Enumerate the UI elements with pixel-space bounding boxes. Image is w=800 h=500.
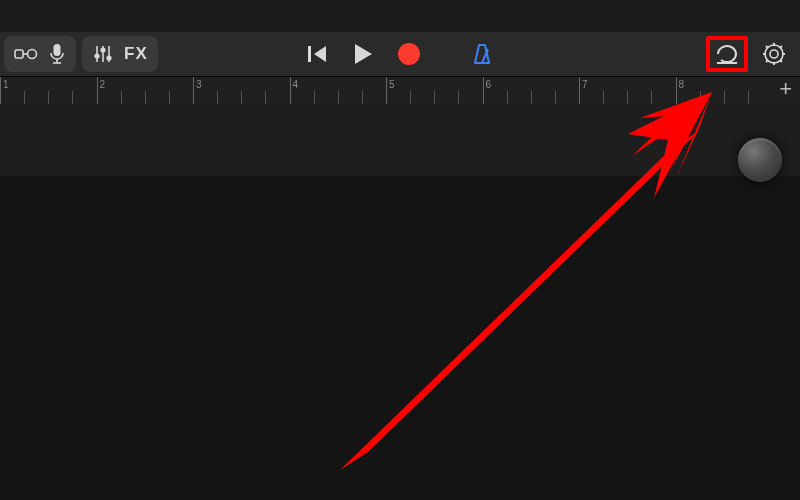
ruler-bar-label: 2 xyxy=(100,79,106,90)
record-icon[interactable] xyxy=(396,41,422,67)
ruler-tick xyxy=(458,91,459,105)
ruler-bar-line xyxy=(290,77,291,105)
ruler-tick xyxy=(507,91,508,105)
svg-rect-0 xyxy=(15,50,23,58)
ruler-bar-label: 3 xyxy=(196,79,202,90)
add-section-button[interactable]: + xyxy=(779,78,792,100)
toolbar-right-group xyxy=(706,36,786,72)
ruler-bar-label: 4 xyxy=(293,79,299,90)
ruler-tick xyxy=(72,91,73,105)
ruler-tick xyxy=(241,91,242,105)
ruler-tick xyxy=(603,91,604,105)
svg-point-11 xyxy=(107,56,111,60)
ruler-tick xyxy=(338,91,339,105)
metronome-icon[interactable] xyxy=(470,42,494,66)
svg-rect-3 xyxy=(54,44,61,56)
fx-button[interactable]: FX xyxy=(124,44,148,64)
svg-point-9 xyxy=(101,48,105,52)
ruler-tick xyxy=(314,91,315,105)
ruler-bar-label: 8 xyxy=(679,79,685,90)
timeline-ruler[interactable]: 12345678 xyxy=(0,76,800,106)
ruler-tick xyxy=(265,91,266,105)
tracks-header-lane xyxy=(0,104,800,176)
loop-button[interactable] xyxy=(706,36,748,72)
transport-controls xyxy=(306,41,494,67)
tracks-view-icon[interactable] xyxy=(14,44,38,64)
ruler-bar-line xyxy=(579,77,580,105)
ruler-tick xyxy=(217,91,218,105)
svg-line-23 xyxy=(780,60,782,62)
ruler-bar-line xyxy=(386,77,387,105)
ruler-tick xyxy=(724,91,725,105)
svg-point-1 xyxy=(28,50,37,59)
ruler-tick xyxy=(410,91,411,105)
ruler-tick xyxy=(121,91,122,105)
ruler-tick xyxy=(48,91,49,105)
tracks-area[interactable] xyxy=(0,104,800,500)
ruler-bar-line xyxy=(97,77,98,105)
ruler-tick xyxy=(531,91,532,105)
ruler-tick xyxy=(555,91,556,105)
ruler-bar-label: 1 xyxy=(3,79,9,90)
mixer-icon[interactable] xyxy=(92,43,114,65)
svg-point-16 xyxy=(770,50,778,58)
microphone-icon[interactable] xyxy=(48,43,66,65)
svg-point-13 xyxy=(398,43,420,65)
ruler-bar-line xyxy=(0,77,1,105)
svg-point-7 xyxy=(95,54,99,58)
tracks-mic-group xyxy=(4,36,76,72)
jog-knob[interactable] xyxy=(738,138,782,182)
svg-line-24 xyxy=(766,60,768,62)
ruler-tick xyxy=(434,91,435,105)
mixer-fx-group: FX xyxy=(82,36,158,72)
ruler-tick xyxy=(700,91,701,105)
ruler-tick xyxy=(748,91,749,105)
ruler-bar-label: 6 xyxy=(486,79,492,90)
svg-line-22 xyxy=(766,46,768,48)
ruler-tick xyxy=(169,91,170,105)
settings-gear-icon[interactable] xyxy=(762,42,786,66)
ruler-bar-line xyxy=(676,77,677,105)
ruler-bar-label: 7 xyxy=(582,79,588,90)
ruler-tick xyxy=(627,91,628,105)
toolbar: FX xyxy=(0,32,800,76)
svg-line-25 xyxy=(780,46,782,48)
ruler-bar-line xyxy=(483,77,484,105)
play-icon[interactable] xyxy=(352,42,374,66)
toolbar-left-group: FX xyxy=(4,36,158,72)
go-to-beginning-icon[interactable] xyxy=(306,43,330,65)
ruler-tick xyxy=(24,91,25,105)
ruler-tick xyxy=(362,91,363,105)
ruler-tick xyxy=(651,91,652,105)
ruler-bar-label: 5 xyxy=(389,79,395,90)
ruler-tick xyxy=(145,91,146,105)
ruler-bar-line xyxy=(193,77,194,105)
svg-rect-12 xyxy=(308,46,311,62)
